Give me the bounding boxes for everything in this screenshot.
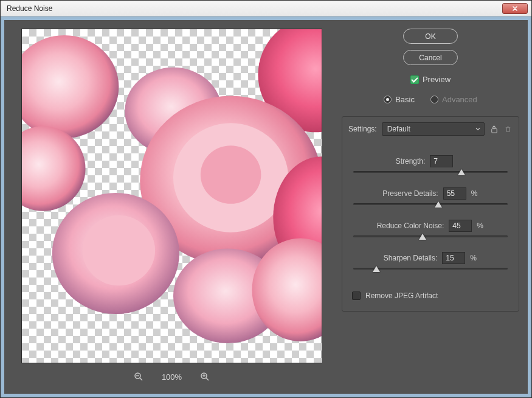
strength-label: Strength:: [396, 157, 426, 166]
remove-jpeg-checkbox[interactable]: [352, 292, 361, 300]
slider-thumb[interactable]: [373, 266, 380, 272]
strength-slider[interactable]: [353, 171, 508, 173]
zoom-in-button[interactable]: [200, 372, 210, 382]
zoom-level: 100%: [162, 372, 182, 382]
remove-jpeg-label: Remove JPEG Artifact: [365, 292, 438, 300]
strength-input[interactable]: 7: [430, 155, 453, 167]
reduce-color-block: Reduce Color Noise: 45 %: [352, 220, 509, 237]
slider-thumb[interactable]: [419, 234, 426, 240]
sharpen-input[interactable]: 15: [442, 252, 465, 264]
svg-point-6: [201, 145, 261, 204]
settings-dropdown[interactable]: Default: [382, 122, 485, 136]
reduce-color-label: Reduce Color Noise:: [377, 222, 444, 230]
settings-label: Settings:: [348, 125, 377, 133]
svg-line-16: [206, 378, 209, 380]
save-preset-button[interactable]: [489, 125, 499, 134]
reduce-color-slider[interactable]: [353, 236, 508, 237]
strength-block: Strength: 7: [352, 155, 509, 173]
save-preset-icon: [489, 125, 499, 134]
reduce-color-input[interactable]: 45: [449, 220, 472, 232]
preserve-block: Preserve Details: 55 %: [352, 187, 509, 205]
zoom-bar: 100%: [134, 372, 210, 382]
window-title: Reduce Noise: [4, 4, 502, 13]
reduce-color-unit: %: [477, 222, 484, 230]
preserve-label: Preserve Details:: [382, 189, 438, 198]
trash-icon: [503, 125, 513, 134]
close-button[interactable]: [502, 3, 528, 14]
mode-basic-label: Basic: [395, 95, 415, 104]
delete-preset-button[interactable]: [503, 125, 513, 134]
mode-basic-radio[interactable]: [384, 96, 392, 103]
sharpen-block: Sharpen Details: 15 %: [352, 252, 509, 270]
mode-basic-option[interactable]: Basic: [384, 95, 415, 104]
close-icon: [512, 5, 518, 12]
chevron-down-icon: [475, 127, 480, 131]
svg-rect-19: [492, 128, 497, 133]
mode-advanced-label: Advanced: [442, 95, 477, 104]
preserve-input[interactable]: 55: [443, 187, 466, 200]
svg-point-0: [22, 35, 119, 138]
preview-label: Preview: [423, 75, 451, 84]
zoom-out-button[interactable]: [134, 372, 143, 382]
zoom-out-icon: [134, 372, 143, 382]
settings-header: Settings: Default: [342, 117, 519, 143]
svg-line-13: [140, 378, 142, 380]
reduce-noise-dialog: Reduce Noise: [0, 0, 532, 398]
sharpen-label: Sharpen Details:: [384, 254, 438, 262]
preserve-slider[interactable]: [353, 203, 508, 205]
preview-checkbox[interactable]: [410, 75, 419, 84]
slider-thumb[interactable]: [435, 201, 442, 208]
settings-group: Settings: Default Strengt: [342, 116, 519, 312]
preserve-unit: %: [471, 189, 478, 198]
slider-thumb[interactable]: [458, 169, 465, 175]
cancel-button[interactable]: Cancel: [403, 50, 458, 65]
svg-point-1: [22, 126, 86, 211]
titlebar[interactable]: Reduce Noise: [1, 1, 531, 16]
controls-column: OK Cancel Preview Basic Advanced Setting…: [342, 29, 519, 385]
svg-point-8: [83, 215, 156, 286]
sharpen-slider[interactable]: [353, 268, 508, 270]
zoom-in-icon: [200, 372, 210, 382]
mode-advanced-option[interactable]: Advanced: [430, 95, 477, 104]
sharpen-unit: %: [470, 254, 477, 262]
settings-dropdown-value: Default: [387, 125, 410, 133]
preview-column: 100%: [13, 29, 331, 385]
dialog-body: 100% OK Cancel Preview Basic: [1, 16, 531, 397]
preview-image: [22, 29, 322, 363]
preview-area[interactable]: [21, 29, 322, 363]
mode-advanced-radio[interactable]: [430, 96, 438, 103]
sliders: Strength: 7 Preserve Details: 55 %: [342, 143, 519, 288]
ok-button[interactable]: OK: [403, 29, 458, 44]
